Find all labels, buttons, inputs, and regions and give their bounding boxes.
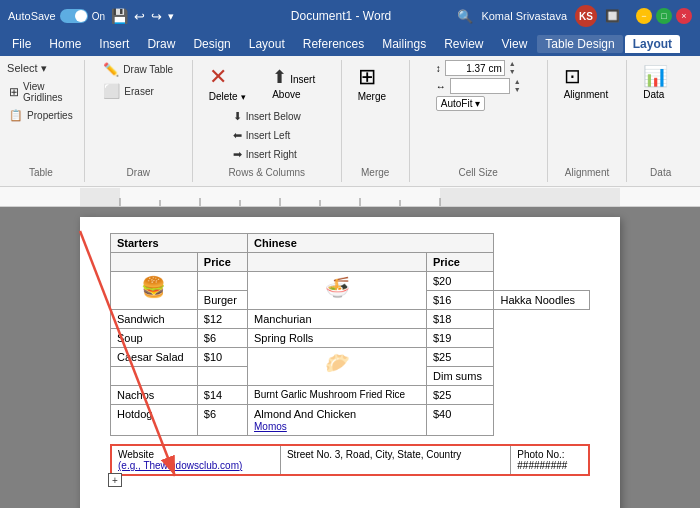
autosave-label: AutoSave On — [8, 9, 105, 23]
insert-above-button[interactable]: ⬆ Insert Above — [264, 62, 333, 104]
website-link[interactable]: (e.g., Thewindowsclub.com) — [118, 460, 242, 471]
menu-insert[interactable]: Insert — [91, 35, 137, 53]
chinese-price-2: $18 — [427, 310, 494, 329]
table-row: 🍔 🍜 $20 — [111, 272, 590, 291]
momos-link[interactable]: Momos — [254, 421, 287, 432]
noodles-icon-cell: 🍜 — [248, 272, 427, 310]
ribbon-collapse-icon[interactable]: 🔲 — [605, 9, 620, 23]
document-title: Document1 - Word — [233, 9, 450, 23]
draw-table-button[interactable]: ✏️ Draw Table — [97, 60, 179, 79]
avatar-initials: KS — [579, 11, 593, 22]
table-row: Caesar Salad $10 🥟 $25 — [111, 348, 590, 367]
align-group-label: Alignment — [565, 165, 609, 178]
menu-bar: File Home Insert Draw Design Layout Refe… — [0, 32, 700, 56]
menu-draw[interactable]: Draw — [139, 35, 183, 53]
close-button[interactable]: × — [676, 8, 692, 24]
maximize-button[interactable]: □ — [656, 8, 672, 24]
document-page: Starters Chinese Price Price 🍔 🍜 $20 — [80, 217, 620, 508]
autosave-text: AutoSave — [8, 10, 56, 22]
chinese-item-4: Dim sums — [427, 367, 494, 386]
chinese-price-3: $19 — [427, 329, 494, 348]
width-input[interactable] — [450, 78, 510, 94]
starters-item-6: Nachos — [111, 386, 198, 405]
redo-icon[interactable]: ↪ — [151, 9, 162, 24]
chinese-item-header — [248, 253, 427, 272]
height-down[interactable]: ▼ — [509, 68, 516, 76]
gridlines-button[interactable]: ⊞ View Gridlines — [3, 79, 79, 105]
insert-left-button[interactable]: ⬅ Insert Left — [227, 127, 307, 144]
insert-section: ⬇ Insert Below ⬅ Insert Left ➡ Insert Ri… — [227, 108, 307, 163]
starters-header: Starters — [111, 234, 248, 253]
properties-button[interactable]: 📋 Properties — [3, 107, 79, 124]
eraser-button[interactable]: ⬜ Eraser — [97, 81, 179, 101]
width-down[interactable]: ▼ — [514, 86, 521, 94]
dumpling-icon-cell: 🥟 — [248, 348, 427, 386]
menu-layout[interactable]: Layout — [241, 35, 293, 53]
chinese-item-6: Almond And Chicken Momos — [248, 405, 427, 436]
autofit-button[interactable]: AutoFit ▾ — [436, 96, 485, 111]
height-up[interactable]: ▲ — [509, 60, 516, 68]
autosave-toggle[interactable] — [60, 9, 88, 23]
username-text: Komal Srivastava — [481, 10, 567, 22]
starters-price-1 — [197, 272, 247, 291]
menu-references[interactable]: References — [295, 35, 372, 53]
data-label: Data — [643, 89, 664, 100]
avatar[interactable]: KS — [575, 5, 597, 27]
height-input[interactable] — [445, 60, 505, 76]
starters-price-4: $10 — [197, 348, 247, 367]
insert-right-icon: ➡ — [233, 148, 242, 161]
ribbon: Select ▾ ⊞ View Gridlines 📋 Properties T… — [0, 56, 700, 187]
menu-file[interactable]: File — [4, 35, 39, 53]
chinese-header: Chinese — [248, 234, 494, 253]
width-up[interactable]: ▲ — [514, 78, 521, 86]
ribbon-group-delete: ✕ Delete ▾ ⬆ Insert Above ⬇ Insert Below… — [201, 60, 342, 182]
photo-label: Photo No.: — [517, 449, 564, 460]
save-icon[interactable]: 💾 — [111, 8, 128, 24]
starters-item-1: Burger — [197, 291, 247, 310]
gridlines-label: View Gridlines — [23, 81, 73, 103]
document-area: Starters Chinese Price Price 🍔 🍜 $20 — [0, 207, 700, 508]
insert-below-button[interactable]: ⬇ Insert Below — [227, 108, 307, 125]
photo-cell: Photo No.: ######### — [511, 445, 589, 475]
table-group-label: Table — [29, 165, 53, 178]
merge-button[interactable]: ⊞ Merge — [350, 60, 401, 163]
delete-icon: ✕ — [209, 64, 227, 89]
delete-label: Delete — [209, 91, 238, 102]
add-row-icon[interactable]: + — [108, 473, 122, 487]
select-button[interactable]: Select ▾ — [3, 60, 79, 77]
title-bar-right: 🔍 Komal Srivastava KS 🔲 − □ × — [457, 5, 692, 27]
menu-design[interactable]: Design — [185, 35, 238, 53]
insert-left-label: Insert Left — [246, 130, 290, 141]
undo-icon[interactable]: ↩ — [134, 9, 145, 24]
delete-button[interactable]: ✕ Delete ▾ — [201, 60, 258, 106]
ribbon-group-alignment: ⊡ Alignment Alignment — [556, 60, 628, 182]
footer-row: Website (e.g., Thewindowsclub.com) Stree… — [111, 445, 589, 475]
delete-chevron: ▾ — [241, 92, 246, 102]
insert-left-icon: ⬅ — [233, 129, 242, 142]
starters-item-2: Sandwich — [111, 310, 198, 329]
ruler-marks — [0, 187, 700, 206]
table-row: Sandwich $12 Manchurian $18 — [111, 310, 590, 329]
data-button[interactable]: 📊 Data — [635, 60, 686, 163]
draw-group-label: Draw — [127, 165, 150, 178]
menu-review[interactable]: Review — [436, 35, 491, 53]
starters-price-6: $14 — [197, 386, 247, 405]
menu-tablayout[interactable]: Layout — [625, 35, 680, 53]
grid-icon: ⊞ — [9, 85, 19, 99]
search-icon[interactable]: 🔍 — [457, 9, 473, 24]
table-row: Hotdog $6 Almond And Chicken Momos $40 — [111, 405, 590, 436]
customize-icon[interactable]: ▾ — [168, 10, 174, 23]
insert-right-button[interactable]: ➡ Insert Right — [227, 146, 307, 163]
draw-section: ✏️ Draw Table ⬜ Eraser — [97, 60, 179, 101]
menu-mailings[interactable]: Mailings — [374, 35, 434, 53]
merge-label: Merge — [358, 91, 386, 102]
chinese-price-4: $25 — [427, 348, 494, 367]
menu-view[interactable]: View — [494, 35, 536, 53]
photo-value: ######### — [517, 460, 567, 471]
minimize-button[interactable]: − — [636, 8, 652, 24]
alignment-button[interactable]: ⊡ Alignment — [556, 60, 619, 163]
menu-home[interactable]: Home — [41, 35, 89, 53]
menu-tabledesign[interactable]: Table Design — [537, 35, 622, 53]
merge-icon: ⊞ — [358, 64, 376, 89]
align-icon: ⊡ — [564, 65, 581, 87]
